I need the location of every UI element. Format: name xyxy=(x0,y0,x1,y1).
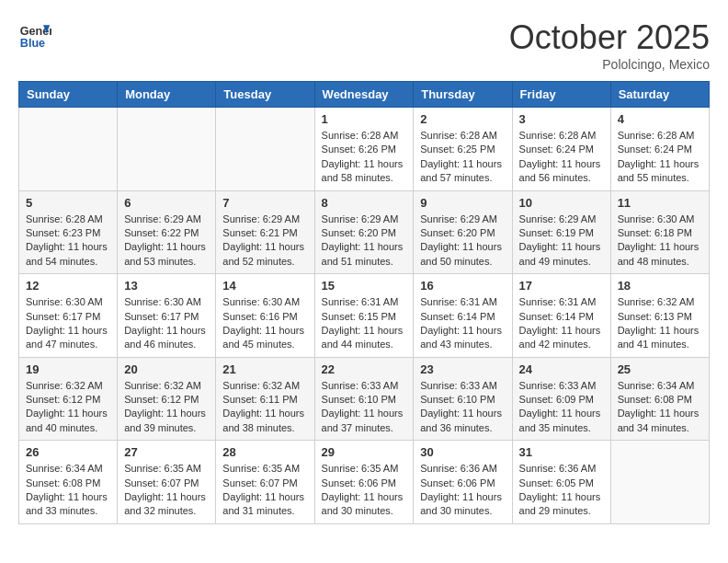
day-number: 10 xyxy=(519,196,604,210)
calendar-cell: 4Sunrise: 6:28 AM Sunset: 6:24 PM Daylig… xyxy=(610,108,709,191)
day-number: 5 xyxy=(26,196,110,210)
day-info: Sunrise: 6:35 AM Sunset: 6:07 PM Dayligh… xyxy=(222,462,307,519)
weekday-header-row: SundayMondayTuesdayWednesdayThursdayFrid… xyxy=(19,82,710,108)
calendar-cell: 19Sunrise: 6:32 AM Sunset: 6:12 PM Dayli… xyxy=(19,357,118,441)
calendar-cell: 13Sunrise: 6:30 AM Sunset: 6:17 PM Dayli… xyxy=(118,274,216,358)
title-block: October 2025 Pololcingo, Mexico xyxy=(509,18,710,72)
day-number: 29 xyxy=(322,445,407,459)
day-info: Sunrise: 6:34 AM Sunset: 6:08 PM Dayligh… xyxy=(26,462,110,519)
day-info: Sunrise: 6:32 AM Sunset: 6:13 PM Dayligh… xyxy=(618,295,702,352)
day-number: 7 xyxy=(222,196,307,210)
calendar-cell: 31Sunrise: 6:36 AM Sunset: 6:05 PM Dayli… xyxy=(512,441,610,524)
day-info: Sunrise: 6:29 AM Sunset: 6:21 PM Dayligh… xyxy=(222,213,307,270)
logo-icon: General Blue xyxy=(18,18,51,52)
calendar-cell: 22Sunrise: 6:33 AM Sunset: 6:10 PM Dayli… xyxy=(314,357,414,441)
month-title: October 2025 xyxy=(509,18,710,57)
day-info: Sunrise: 6:29 AM Sunset: 6:20 PM Dayligh… xyxy=(420,213,505,270)
day-info: Sunrise: 6:32 AM Sunset: 6:12 PM Dayligh… xyxy=(26,379,110,436)
day-number: 6 xyxy=(124,196,209,210)
calendar-cell xyxy=(216,108,314,191)
day-info: Sunrise: 6:33 AM Sunset: 6:09 PM Dayligh… xyxy=(519,379,604,436)
logo: General Blue xyxy=(18,18,51,52)
calendar-week-3: 12Sunrise: 6:30 AM Sunset: 6:17 PM Dayli… xyxy=(19,274,710,358)
day-number: 21 xyxy=(222,362,307,376)
day-number: 23 xyxy=(420,362,505,376)
day-info: Sunrise: 6:34 AM Sunset: 6:08 PM Dayligh… xyxy=(618,379,702,436)
day-number: 27 xyxy=(124,445,209,459)
day-number: 22 xyxy=(322,362,407,376)
weekday-header-saturday: Saturday xyxy=(610,82,709,108)
calendar-cell: 29Sunrise: 6:35 AM Sunset: 6:06 PM Dayli… xyxy=(314,441,414,524)
calendar-cell: 15Sunrise: 6:31 AM Sunset: 6:15 PM Dayli… xyxy=(314,274,414,358)
day-number: 30 xyxy=(420,445,505,459)
calendar-cell: 24Sunrise: 6:33 AM Sunset: 6:09 PM Dayli… xyxy=(512,357,610,441)
day-info: Sunrise: 6:32 AM Sunset: 6:12 PM Dayligh… xyxy=(124,379,209,436)
day-number: 3 xyxy=(519,112,604,126)
calendar-cell: 30Sunrise: 6:36 AM Sunset: 6:06 PM Dayli… xyxy=(414,441,512,524)
day-number: 26 xyxy=(26,445,110,459)
calendar-cell: 1Sunrise: 6:28 AM Sunset: 6:26 PM Daylig… xyxy=(314,108,414,191)
day-info: Sunrise: 6:28 AM Sunset: 6:25 PM Dayligh… xyxy=(420,129,505,186)
calendar-cell: 5Sunrise: 6:28 AM Sunset: 6:23 PM Daylig… xyxy=(19,190,118,274)
calendar-cell: 18Sunrise: 6:32 AM Sunset: 6:13 PM Dayli… xyxy=(610,274,709,358)
calendar-cell: 25Sunrise: 6:34 AM Sunset: 6:08 PM Dayli… xyxy=(610,357,709,441)
calendar-cell: 26Sunrise: 6:34 AM Sunset: 6:08 PM Dayli… xyxy=(19,441,118,524)
day-number: 4 xyxy=(618,112,702,126)
calendar-cell xyxy=(610,441,709,524)
weekday-header-thursday: Thursday xyxy=(414,82,512,108)
day-info: Sunrise: 6:30 AM Sunset: 6:17 PM Dayligh… xyxy=(26,295,110,352)
day-info: Sunrise: 6:31 AM Sunset: 6:14 PM Dayligh… xyxy=(519,295,604,352)
weekday-header-monday: Monday xyxy=(118,82,216,108)
calendar-cell: 2Sunrise: 6:28 AM Sunset: 6:25 PM Daylig… xyxy=(414,108,512,191)
calendar-cell: 6Sunrise: 6:29 AM Sunset: 6:22 PM Daylig… xyxy=(118,190,216,274)
day-number: 28 xyxy=(222,445,307,459)
calendar-cell: 27Sunrise: 6:35 AM Sunset: 6:07 PM Dayli… xyxy=(118,441,216,524)
weekday-header-wednesday: Wednesday xyxy=(314,82,414,108)
calendar-cell: 7Sunrise: 6:29 AM Sunset: 6:21 PM Daylig… xyxy=(216,190,314,274)
calendar-week-1: 1Sunrise: 6:28 AM Sunset: 6:26 PM Daylig… xyxy=(19,108,710,191)
calendar-cell: 11Sunrise: 6:30 AM Sunset: 6:18 PM Dayli… xyxy=(610,190,709,274)
calendar-week-4: 19Sunrise: 6:32 AM Sunset: 6:12 PM Dayli… xyxy=(19,357,710,441)
day-info: Sunrise: 6:32 AM Sunset: 6:11 PM Dayligh… xyxy=(222,379,307,436)
weekday-header-sunday: Sunday xyxy=(19,82,118,108)
day-number: 31 xyxy=(519,445,604,459)
location: Pololcingo, Mexico xyxy=(509,57,710,72)
day-info: Sunrise: 6:29 AM Sunset: 6:20 PM Dayligh… xyxy=(322,213,407,270)
day-number: 1 xyxy=(322,112,407,126)
day-info: Sunrise: 6:30 AM Sunset: 6:17 PM Dayligh… xyxy=(124,295,209,352)
day-number: 12 xyxy=(26,279,110,293)
calendar: SundayMondayTuesdayWednesdayThursdayFrid… xyxy=(18,81,710,524)
calendar-cell: 12Sunrise: 6:30 AM Sunset: 6:17 PM Dayli… xyxy=(19,274,118,358)
calendar-cell: 20Sunrise: 6:32 AM Sunset: 6:12 PM Dayli… xyxy=(118,357,216,441)
day-number: 2 xyxy=(420,112,505,126)
calendar-week-2: 5Sunrise: 6:28 AM Sunset: 6:23 PM Daylig… xyxy=(19,190,710,274)
day-number: 15 xyxy=(322,279,407,293)
day-number: 17 xyxy=(519,279,604,293)
day-number: 8 xyxy=(322,196,407,210)
day-info: Sunrise: 6:28 AM Sunset: 6:23 PM Dayligh… xyxy=(26,213,110,270)
calendar-cell xyxy=(19,108,118,191)
day-number: 13 xyxy=(124,279,209,293)
calendar-cell: 9Sunrise: 6:29 AM Sunset: 6:20 PM Daylig… xyxy=(414,190,512,274)
svg-text:Blue: Blue xyxy=(20,37,45,50)
day-info: Sunrise: 6:31 AM Sunset: 6:14 PM Dayligh… xyxy=(420,295,505,352)
calendar-cell: 21Sunrise: 6:32 AM Sunset: 6:11 PM Dayli… xyxy=(216,357,314,441)
weekday-header-tuesday: Tuesday xyxy=(216,82,314,108)
day-info: Sunrise: 6:30 AM Sunset: 6:18 PM Dayligh… xyxy=(618,213,702,270)
day-number: 24 xyxy=(519,362,604,376)
page-header: General Blue October 2025 Pololcingo, Me… xyxy=(18,18,710,72)
day-number: 18 xyxy=(618,279,702,293)
day-number: 11 xyxy=(618,196,702,210)
calendar-cell xyxy=(118,108,216,191)
day-info: Sunrise: 6:35 AM Sunset: 6:06 PM Dayligh… xyxy=(322,462,407,519)
calendar-cell: 23Sunrise: 6:33 AM Sunset: 6:10 PM Dayli… xyxy=(414,357,512,441)
calendar-cell: 10Sunrise: 6:29 AM Sunset: 6:19 PM Dayli… xyxy=(512,190,610,274)
weekday-header-friday: Friday xyxy=(512,82,610,108)
day-info: Sunrise: 6:30 AM Sunset: 6:16 PM Dayligh… xyxy=(222,295,307,352)
day-number: 14 xyxy=(222,279,307,293)
day-info: Sunrise: 6:31 AM Sunset: 6:15 PM Dayligh… xyxy=(322,295,407,352)
day-info: Sunrise: 6:35 AM Sunset: 6:07 PM Dayligh… xyxy=(124,462,209,519)
day-info: Sunrise: 6:29 AM Sunset: 6:19 PM Dayligh… xyxy=(519,213,604,270)
day-info: Sunrise: 6:36 AM Sunset: 6:05 PM Dayligh… xyxy=(519,462,604,519)
day-info: Sunrise: 6:28 AM Sunset: 6:24 PM Dayligh… xyxy=(519,129,604,186)
